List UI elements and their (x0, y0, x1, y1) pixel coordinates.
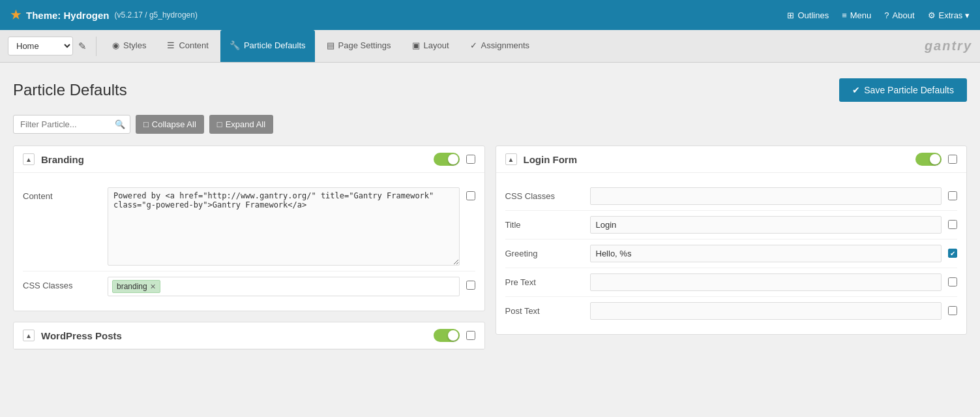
tag-remove-button[interactable]: ✕ (150, 283, 156, 290)
wordpress-posts-toggle[interactable] (434, 329, 460, 342)
login-css-classes-row: CSS Classes (505, 182, 958, 211)
login-title-input[interactable] (590, 216, 942, 234)
panels-row: ▲ Branding Content Powered by <a href (13, 146, 967, 350)
tab-layout[interactable]: ▣ Layout (403, 30, 458, 62)
wordpress-posts-panel-header: ▲ WordPress Posts (14, 322, 484, 349)
login-post-text-control (590, 302, 942, 320)
brand: ★ Theme: Hydrogen (v5.2.17 / g5_hydrogen… (10, 8, 771, 22)
outlines-nav[interactable]: ⊞ Outlines (787, 10, 829, 20)
wordpress-posts-panel-title: WordPress Posts (41, 330, 427, 341)
login-form-panel-header: ▲ Login Form (496, 146, 967, 173)
tab-assignments[interactable]: ✓ Assignments (461, 30, 539, 62)
login-css-classes-control (590, 187, 942, 205)
right-column: ▲ Login Form CSS Classes (496, 146, 968, 350)
tab-bar: Home ✎ ◉ Styles ☰ Content 🔧 Particle Def… (0, 30, 980, 63)
expand-all-button[interactable]: □ Expand All (209, 115, 273, 134)
login-title-row: Title (505, 211, 958, 239)
login-greeting-checkbox-checked[interactable]: ✔ (948, 249, 957, 258)
top-bar-actions: ⊞ Outlines ≡ Menu ? About ⚙ Extras ▾ (787, 10, 970, 20)
wordpress-posts-panel-checkbox[interactable] (466, 331, 475, 340)
branding-panel-header: ▲ Branding (14, 146, 484, 173)
checkmark-icon: ✓ (470, 40, 477, 50)
tab-particle-defaults[interactable]: 🔧 Particle Defaults (220, 30, 315, 62)
login-greeting-input[interactable] (590, 245, 942, 262)
content-icon: ☰ (167, 40, 175, 50)
login-pre-text-row: Pre Text (505, 268, 958, 297)
filter-row: 🔍 □ Collapse All □ Expand All (13, 115, 967, 134)
tab-content[interactable]: ☰ Content (158, 30, 218, 62)
save-particle-defaults-button[interactable]: ✔ Save Particle Defaults (839, 78, 967, 102)
top-bar: ★ Theme: Hydrogen (v5.2.17 / g5_hydrogen… (0, 0, 980, 30)
styles-icon: ◉ (112, 40, 119, 50)
menu-nav[interactable]: ≡ Menu (842, 10, 871, 20)
tab-divider (96, 37, 97, 56)
collapse-icon: □ (143, 119, 149, 129)
branding-toggle[interactable] (434, 153, 460, 166)
tab-styles[interactable]: ◉ Styles (103, 30, 155, 62)
gear-icon: ⚙ (928, 10, 936, 20)
left-column: ▲ Branding Content Powered by <a href (13, 146, 485, 350)
css-classes-field-control: branding ✕ (108, 277, 460, 296)
login-form-panel-body: CSS Classes Title (496, 173, 967, 334)
login-post-text-input[interactable] (590, 302, 942, 320)
branding-panel-title: Branding (41, 154, 427, 165)
branding-panel-checkbox[interactable] (466, 155, 475, 164)
login-title-control (590, 216, 942, 234)
tab-page-settings[interactable]: ▤ Page Settings (318, 30, 400, 62)
edit-outline-button[interactable]: ✎ (76, 38, 89, 55)
grid-icon: ⊞ (787, 10, 794, 20)
css-classes-field-checkbox[interactable] (466, 281, 475, 290)
save-check-icon: ✔ (852, 85, 860, 95)
extras-nav[interactable]: ⚙ Extras ▾ (928, 10, 970, 20)
search-icon: 🔍 (115, 119, 125, 129)
login-pre-text-input[interactable] (590, 273, 942, 291)
css-classes-label: CSS Classes (23, 277, 101, 290)
login-css-classes-label: CSS Classes (505, 187, 584, 201)
brand-version: (v5.2.17 / g5_hydrogen) (115, 10, 198, 20)
login-css-classes-input[interactable] (590, 187, 942, 205)
login-post-text-checkbox[interactable] (948, 306, 957, 315)
outline-select-wrap: Home ✎ (8, 37, 89, 55)
branding-panel: ▲ Branding Content Powered by <a href (13, 146, 485, 311)
collapse-all-button[interactable]: □ Collapse All (136, 115, 204, 134)
login-greeting-control (590, 245, 942, 262)
layout-icon: ▣ (412, 40, 420, 50)
branding-panel-body: Content Powered by <a href="http://www.g… (14, 173, 484, 311)
filter-particle-input[interactable] (13, 115, 130, 134)
brand-name: Theme: Hydrogen (26, 10, 110, 21)
login-form-collapse-button[interactable]: ▲ (505, 153, 517, 165)
login-post-text-row: Post Text (505, 297, 958, 325)
login-title-checkbox[interactable] (948, 220, 957, 229)
page-header: Particle Defaults ✔ Save Particle Defaul… (13, 78, 967, 102)
login-title-label: Title (505, 216, 584, 230)
flame-icon: ★ (10, 8, 21, 22)
login-form-panel-checkbox[interactable] (948, 155, 957, 164)
login-form-panel-title: Login Form (524, 154, 910, 165)
outline-select[interactable]: Home (8, 37, 73, 55)
wrench-icon: 🔧 (230, 40, 240, 50)
login-css-classes-checkbox[interactable] (948, 191, 957, 200)
css-classes-field-row: CSS Classes branding ✕ (23, 271, 475, 301)
login-greeting-label: Greeting (505, 245, 584, 258)
tag-label: branding (117, 282, 147, 291)
content-field-row: Content Powered by <a href="http://www.g… (23, 182, 475, 271)
branding-tag: branding ✕ (112, 280, 160, 293)
login-pre-text-label: Pre Text (505, 273, 584, 287)
expand-icon: □ (217, 119, 222, 129)
login-greeting-row: Greeting ✔ (505, 239, 958, 268)
content-textarea[interactable]: Powered by <a href="http://www.gantry.or… (108, 187, 460, 266)
gantry-logo: gantry (925, 39, 972, 54)
about-nav[interactable]: ? About (884, 10, 914, 20)
login-pre-text-checkbox[interactable] (948, 277, 957, 286)
branding-collapse-button[interactable]: ▲ (23, 153, 35, 165)
login-post-text-label: Post Text (505, 302, 584, 316)
filter-input-wrap: 🔍 (13, 115, 130, 134)
css-classes-tag-input[interactable]: branding ✕ (108, 277, 460, 296)
login-form-panel: ▲ Login Form CSS Classes (496, 146, 968, 335)
login-form-toggle[interactable] (915, 153, 942, 166)
login-pre-text-control (590, 273, 942, 291)
menu-icon: ≡ (842, 10, 847, 20)
content-field-checkbox[interactable] (466, 191, 475, 200)
wordpress-posts-collapse-button[interactable]: ▲ (23, 330, 35, 341)
page-title: Particle Defaults (13, 81, 127, 99)
